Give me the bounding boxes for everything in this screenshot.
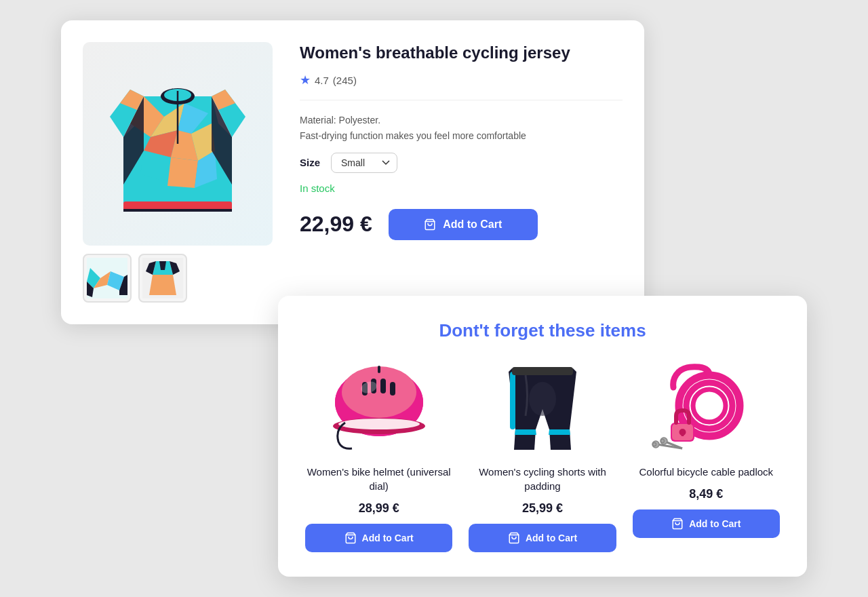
thumbnail-1[interactable]	[83, 254, 132, 303]
comfort-line: Fast-drying function makes you feel more…	[300, 128, 623, 143]
size-label: Size	[300, 157, 320, 168]
stock-status: In stock	[300, 182, 623, 194]
product-price: 22,99 €	[300, 212, 372, 237]
star-icon: ★	[300, 73, 311, 88]
svg-rect-55	[682, 432, 684, 436]
material-line: Material: Polyester.	[300, 113, 623, 128]
add-to-cart-label: Add to Cart	[443, 218, 502, 231]
svg-point-47	[529, 382, 556, 416]
product-main-image	[83, 42, 273, 246]
svg-point-51	[693, 389, 726, 422]
thumbnail-row	[83, 254, 273, 303]
lock-image	[652, 362, 760, 457]
rating-count: (245)	[333, 75, 357, 86]
shorts-add-to-cart-button[interactable]: Add to Cart	[469, 524, 616, 552]
product-main: Women's breathable cycling jersey ★ 4.7 …	[83, 42, 623, 303]
product-image-section	[83, 42, 273, 303]
helmet-add-to-cart-button[interactable]: Add to Cart	[305, 524, 452, 552]
rec-item-lock: Colorful bicycle cable padlock 8,49 € Ad…	[633, 362, 780, 552]
divider	[300, 100, 623, 100]
shorts-price: 25,99 €	[522, 501, 563, 516]
rec-items-list: Women's bike helmet (universal dial) 28,…	[305, 362, 780, 552]
cart-icon	[424, 218, 436, 231]
shorts-name: Women's cycling shorts with padding	[469, 465, 616, 493]
lock-add-to-cart-button[interactable]: Add to Cart	[633, 509, 780, 538]
recommendations-card: Dont't forget these items	[278, 296, 807, 577]
helmet-cart-icon	[344, 532, 357, 544]
helmet-image	[325, 362, 433, 457]
product-details: Women's breathable cycling jersey ★ 4.7 …	[300, 42, 623, 240]
svg-rect-39	[380, 379, 386, 393]
shorts-add-label: Add to Cart	[526, 533, 577, 543]
thumbnail-2[interactable]	[138, 254, 187, 303]
helmet-price: 28,99 €	[359, 501, 399, 516]
svg-rect-45	[510, 372, 515, 429]
product-card: Women's breathable cycling jersey ★ 4.7 …	[61, 20, 644, 324]
product-title: Women's breathable cycling jersey	[300, 42, 623, 63]
helmet-name: Women's bike helmet (universal dial)	[305, 465, 452, 493]
svg-rect-40	[390, 382, 395, 396]
lock-cart-icon	[671, 518, 684, 530]
shorts-cart-icon	[508, 532, 520, 544]
recommendations-title: Dont't forget these items	[305, 320, 780, 341]
price-cart-row: 22,99 € Add to Cart	[300, 209, 623, 240]
product-description: Material: Polyester. Fast-drying functio…	[300, 113, 623, 143]
lock-name: Colorful bicycle cable padlock	[639, 465, 774, 479]
lock-add-label: Add to Cart	[689, 518, 741, 529]
rating-value: 4.7	[315, 75, 329, 86]
lock-price: 8,49 €	[689, 487, 723, 501]
rec-item-helmet: Women's bike helmet (universal dial) 28,…	[305, 362, 452, 552]
svg-point-42	[338, 419, 420, 429]
size-select[interactable]: Small Medium Large XL XXL	[331, 153, 397, 173]
rec-item-shorts: Women's cycling shorts with padding 25,9…	[469, 362, 616, 552]
rating-row: ★ 4.7 (245)	[300, 73, 623, 88]
svg-rect-20	[123, 209, 232, 212]
helmet-add-label: Add to Cart	[362, 533, 414, 543]
page-wrapper: Women's breathable cycling jersey ★ 4.7 …	[61, 20, 807, 577]
svg-point-36	[342, 366, 416, 418]
size-row: Size Small Medium Large XL XXL	[300, 153, 623, 173]
svg-marker-29	[149, 275, 176, 295]
add-to-cart-button[interactable]: Add to Cart	[389, 209, 538, 240]
shorts-image	[488, 362, 597, 457]
svg-marker-8	[167, 157, 198, 188]
svg-rect-46	[512, 367, 573, 375]
